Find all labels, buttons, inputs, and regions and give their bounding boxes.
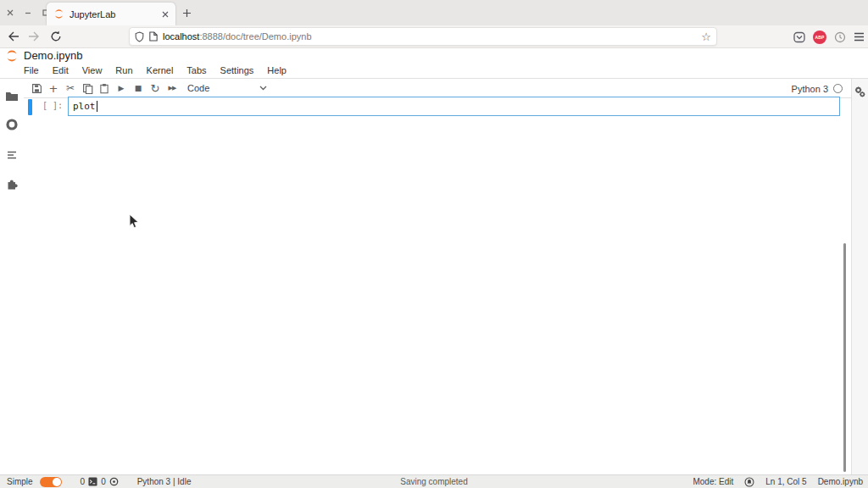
mouse-cursor	[129, 214, 140, 230]
save-icon[interactable]	[31, 82, 42, 94]
table-of-contents-icon[interactable]	[5, 148, 19, 162]
document-title: Demo.ipynb	[24, 49, 82, 62]
run-cell-icon[interactable]: ▶	[115, 82, 127, 94]
bookmark-star-icon[interactable]: ☆	[701, 30, 711, 43]
pocket-icon[interactable]	[793, 31, 805, 43]
notebook-scrollbar[interactable]	[843, 243, 846, 472]
cell-source-text: plot	[73, 101, 96, 112]
statusbar-right: Mode: Edit Ln 1, Col 5 Demo.ipynb	[693, 477, 863, 487]
menu-view[interactable]: View	[75, 64, 109, 79]
menu-run[interactable]: Run	[108, 64, 139, 79]
window-minimize-button[interactable]	[23, 8, 33, 18]
window-controls	[5, 0, 51, 25]
kernel-name[interactable]: Python 3	[792, 84, 828, 94]
file-browser-icon[interactable]	[5, 90, 19, 103]
window-close-button[interactable]	[5, 8, 15, 18]
interrupt-kernel-icon[interactable]: ■	[132, 82, 144, 94]
paste-cell-icon[interactable]	[98, 82, 110, 94]
shield-icon[interactable]	[135, 31, 144, 42]
restart-kernel-icon[interactable]: ↻	[149, 82, 161, 94]
cell-type-dropdown[interactable]: Code	[187, 83, 236, 93]
copy-cell-icon[interactable]	[81, 82, 93, 94]
kernel-indicator[interactable]: Python 3	[792, 79, 843, 98]
url-text[interactable]: localhost:8888/doc/tree/Demo.ipynb	[163, 31, 696, 42]
main-menu-bar: File Edit View Run Kernel Tabs Settings …	[17, 64, 293, 79]
restart-run-all-icon[interactable]: ▶▶	[166, 82, 178, 94]
navbar-extensions: ABP	[793, 25, 865, 48]
menu-edit[interactable]: Edit	[46, 64, 75, 79]
cut-cell-icon[interactable]: ✂	[64, 82, 76, 94]
new-tab-button[interactable]	[180, 6, 193, 19]
url-path: :8888/doc/tree/Demo.ipynb	[199, 31, 311, 42]
statusbar-filename: Demo.ipynb	[818, 477, 863, 486]
property-inspector-icon[interactable]	[854, 85, 867, 98]
menu-settings[interactable]: Settings	[214, 64, 261, 79]
tab-title: JupyterLab	[70, 9, 157, 19]
status-bar: Simple 0 0 Python 3 | Idle Saving comple…	[0, 474, 868, 488]
address-bar[interactable]: localhost:8888/doc/tree/Demo.ipynb ☆	[129, 27, 717, 46]
jupyter-logo	[5, 49, 19, 63]
cell-collapser[interactable]	[28, 99, 32, 115]
menu-file[interactable]: File	[17, 64, 46, 79]
left-sidebar	[0, 79, 24, 474]
menu-help[interactable]: Help	[260, 64, 293, 79]
menu-tabs[interactable]: Tabs	[180, 64, 213, 79]
forward-button[interactable]	[24, 27, 44, 46]
text-cursor	[97, 101, 97, 112]
notification-bell-icon[interactable]	[744, 477, 754, 487]
chevron-down-icon[interactable]	[257, 82, 269, 94]
menu-hamburger-icon[interactable]	[854, 32, 865, 42]
jupyter-favicon	[53, 8, 64, 19]
cursor-position[interactable]: Ln 1, Col 5	[765, 477, 806, 486]
mode-indicator[interactable]: Mode: Edit	[693, 477, 733, 486]
cell-input-prompt: [ ]:	[42, 101, 63, 110]
page-info-icon[interactable]	[149, 31, 158, 42]
adblock-extension-icon[interactable]: ABP	[813, 30, 826, 44]
tab-close-icon[interactable]	[162, 11, 169, 18]
browser-tab-strip: JupyterLab	[0, 0, 868, 25]
right-sidebar	[851, 79, 868, 474]
cell-code-editor[interactable]: plot	[68, 97, 840, 116]
add-cell-icon[interactable]: +	[47, 82, 59, 94]
running-sessions-icon[interactable]	[5, 118, 19, 131]
browser-tab-jupyterlab[interactable]: JupyterLab	[47, 3, 175, 25]
history-extension-icon[interactable]	[834, 31, 846, 43]
cell-type-value: Code	[187, 83, 209, 93]
notebook-toolbar: + ✂ ▶ ■ ↻ ▶▶ Code	[24, 79, 851, 98]
back-button[interactable]	[3, 27, 24, 46]
reload-button[interactable]	[46, 27, 66, 46]
extension-manager-icon[interactable]	[5, 178, 19, 191]
menu-kernel[interactable]: Kernel	[140, 64, 181, 79]
url-host: localhost	[163, 31, 199, 42]
kernel-status-icon[interactable]	[833, 84, 843, 93]
